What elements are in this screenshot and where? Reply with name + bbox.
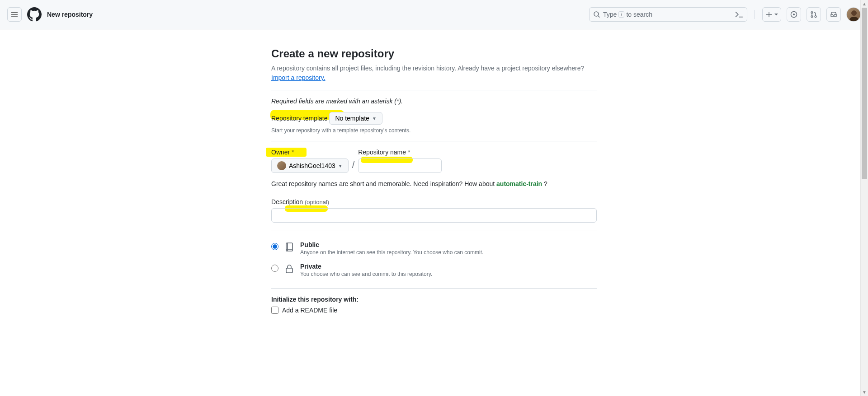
visibility-public-row[interactable]: Public Anyone on the internet can see th… [271,238,597,259]
page-subtitle: A repository contains all project files,… [271,64,597,83]
notifications-button[interactable] [826,7,841,22]
add-readme-label: Add a README file [282,307,337,314]
visibility-private-row[interactable]: Private You choose who can see and commi… [271,259,597,281]
issues-button[interactable] [787,7,801,22]
page-context: New repository [47,11,93,18]
owner-label: Owner * [271,149,349,156]
description-label: Description (optional) [271,198,597,205]
owner-avatar-icon [277,161,286,170]
divider [271,288,597,289]
lock-icon [284,263,295,274]
divider [271,141,597,141]
search-kbd: / [618,11,624,18]
inbox-icon [830,11,837,18]
owner-repo-slash: / [352,160,355,173]
svg-rect-7 [286,268,292,273]
caret-down-icon [774,13,778,16]
repo-name-input[interactable] [358,158,442,173]
public-title: Public [300,241,483,248]
add-readme-checkbox[interactable] [271,307,278,314]
issue-icon [790,11,797,18]
main-content: Create a new repository A repository con… [271,29,597,332]
vertical-scrollbar[interactable]: ▲ ▼ [860,0,868,332]
svg-point-4 [811,16,813,18]
template-help: Start your repository with a template re… [271,127,597,134]
search-bar[interactable]: Type / to search [589,7,747,22]
owner-repo-row: Owner * AshishGoel1403 ▼ / Repository na… [271,149,597,173]
description-section: Description (optional) [271,198,597,223]
repo-name-label: Repository name * [358,149,442,156]
search-placeholder-prefix: Type [603,11,617,18]
divider [271,90,597,90]
page-title: Create a new repository [271,47,597,60]
caret-down-icon: ▼ [372,116,377,121]
header-divider [755,10,755,19]
svg-point-2 [793,14,795,15]
template-label: Repository template [271,115,328,122]
add-readme-row[interactable]: Add a README file [271,307,597,314]
create-new-button[interactable] [762,7,781,22]
scroll-thumb[interactable] [862,8,867,179]
scroll-up-arrow-icon[interactable]: ▲ [861,0,868,8]
svg-rect-6 [286,243,292,251]
plus-icon [765,11,773,18]
template-section: Repository template No template ▼ Start … [271,112,597,134]
private-title: Private [300,263,432,270]
template-value: No template [335,115,369,122]
owner-value: AshishGoel1403 [289,162,335,169]
user-avatar[interactable] [846,7,861,22]
description-input[interactable] [271,208,597,223]
initialize-heading: Initialize this repository with: [271,296,597,303]
command-palette-icon [735,10,743,19]
search-icon [593,11,600,18]
public-desc: Anyone on the internet can see this repo… [300,249,483,256]
private-desc: You choose who can see and commit to thi… [300,271,432,277]
menu-button[interactable] [7,7,22,22]
pull-request-icon [810,11,817,18]
repo-icon [284,242,295,252]
github-logo-icon[interactable] [27,7,42,22]
svg-point-5 [815,16,816,18]
import-repository-link[interactable]: Import a repository. [271,74,326,81]
svg-point-3 [811,12,813,14]
divider [271,230,597,230]
search-placeholder-suffix: to search [626,11,652,18]
pull-requests-button[interactable] [807,7,821,22]
svg-point-0 [594,12,599,16]
visibility-private-radio[interactable] [271,265,278,272]
visibility-public-radio[interactable] [271,243,278,250]
owner-select[interactable]: AshishGoel1403 ▼ [271,158,349,173]
suggested-name-button[interactable]: automatic-train [496,180,542,187]
hamburger-icon [11,11,18,18]
template-select[interactable]: No template ▼ [329,112,382,125]
global-header: New repository Type / to search [0,0,868,29]
name-suggestion-line: Great repository names are short and mem… [271,180,597,187]
required-note: Required fields are marked with an aster… [271,98,597,105]
caret-down-icon: ▼ [338,163,343,168]
